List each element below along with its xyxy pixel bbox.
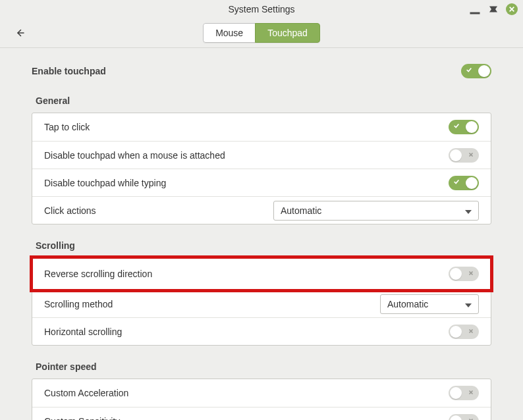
row-custom-acceleration: Custom Acceleration	[32, 379, 491, 407]
custom-sensitivity-toggle[interactable]	[449, 414, 479, 421]
section-title-scrolling: Scrolling	[36, 240, 491, 251]
reverse-scrolling-toggle[interactable]	[449, 267, 479, 281]
window-title: System Settings	[228, 4, 294, 14]
click-actions-value: Automatic	[281, 205, 321, 216]
enable-touchpad-toggle[interactable]	[461, 64, 491, 78]
check-icon	[466, 66, 472, 73]
section-title-pointer: Pointer speed	[36, 361, 491, 372]
svg-marker-8	[465, 210, 472, 214]
row-disable-typing: Disable touchpad while typing	[32, 169, 491, 196]
x-icon	[468, 417, 474, 421]
disable-mouse-label: Disable touchpad when a mouse is attache…	[44, 150, 225, 161]
tap-to-click-label: Tap to click	[44, 122, 90, 132]
horizontal-scrolling-toggle[interactable]	[449, 325, 479, 339]
chevron-down-icon	[465, 205, 472, 216]
group-general: Tap to click Disable touchpad when a mou…	[32, 113, 491, 224]
disable-typing-toggle[interactable]	[449, 176, 479, 190]
window-controls	[469, 0, 518, 18]
enable-touchpad-row: Enable touchpad	[32, 64, 491, 78]
tab-mouse[interactable]: Mouse	[203, 23, 256, 43]
minimize-button[interactable]	[469, 3, 481, 15]
check-icon	[453, 178, 460, 185]
tab-touchpad[interactable]: Touchpad	[255, 23, 320, 43]
x-icon	[468, 270, 474, 276]
chevron-down-icon	[465, 299, 472, 309]
group-pointer: Custom Acceleration Custom Sensitivity	[32, 379, 491, 420]
maximize-button[interactable]	[487, 3, 499, 15]
custom-acceleration-label: Custom Acceleration	[44, 388, 128, 398]
content-area: Enable touchpad General Tap to click Dis…	[0, 48, 523, 420]
x-icon	[468, 151, 474, 158]
svg-rect-0	[470, 13, 480, 14]
reverse-scrolling-label: Reverse scrolling direction	[44, 269, 152, 279]
disable-typing-label: Disable touchpad while typing	[44, 178, 166, 188]
horizontal-scrolling-label: Horizontal scrolling	[44, 327, 122, 337]
tap-to-click-toggle[interactable]	[449, 120, 479, 134]
x-icon	[468, 389, 474, 396]
enable-touchpad-label: Enable touchpad	[32, 66, 106, 76]
row-reverse-scrolling: Reverse scrolling direction	[32, 258, 491, 290]
tab-switcher: Mouse Touchpad	[203, 23, 320, 43]
scrolling-method-label: Scrolling method	[44, 299, 113, 309]
row-click-actions: Click actions Automatic	[32, 196, 491, 224]
click-actions-label: Click actions	[44, 205, 96, 216]
click-actions-dropdown[interactable]: Automatic	[273, 201, 479, 221]
x-icon	[468, 328, 474, 334]
svg-marker-11	[465, 303, 472, 307]
header-bar: Mouse Touchpad	[0, 18, 523, 47]
titlebar: System Settings	[0, 0, 523, 18]
scrolling-method-value: Automatic	[387, 299, 428, 309]
custom-sensitivity-label: Custom Sensitivity	[44, 416, 120, 421]
group-scrolling: Reverse scrolling direction Scrolling me…	[32, 257, 491, 346]
scrolling-method-dropdown[interactable]: Automatic	[380, 294, 479, 314]
disable-mouse-toggle[interactable]	[449, 148, 479, 163]
custom-acceleration-toggle[interactable]	[449, 386, 479, 400]
back-button[interactable]	[11, 24, 29, 42]
row-disable-mouse: Disable touchpad when a mouse is attache…	[32, 141, 491, 169]
row-horizontal-scrolling: Horizontal scrolling	[32, 317, 491, 345]
row-custom-sensitivity: Custom Sensitivity	[32, 407, 491, 420]
section-title-general: General	[36, 95, 491, 106]
check-icon	[453, 122, 460, 129]
row-tap-to-click: Tap to click	[32, 113, 491, 141]
close-button[interactable]	[506, 3, 518, 15]
row-scrolling-method: Scrolling method Automatic	[32, 290, 491, 317]
